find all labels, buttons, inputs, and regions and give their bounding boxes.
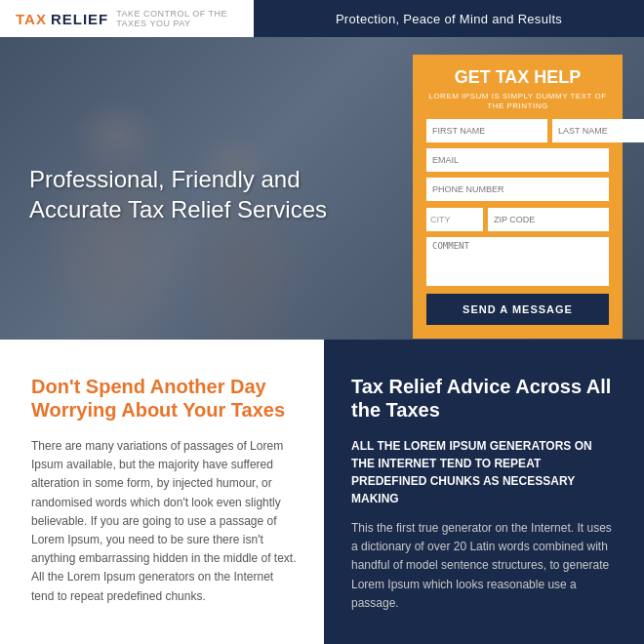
- header-tagline: TAKE CONTROL OF THE TAXES YOU PAY: [116, 9, 238, 28]
- hero-section: Professional, Friendly and Accurate Tax …: [0, 37, 644, 340]
- city-zip-row: CITY: [426, 208, 609, 231]
- tax-help-form: GET TAX HELP LOREM IPSUM IS SIMPLY DUMMY…: [413, 55, 623, 339]
- last-name-input[interactable]: [552, 119, 644, 142]
- advice-column: Tax Relief Advice Across All the Taxes A…: [324, 340, 644, 644]
- worry-column: Don't Spend Another Day Worrying About Y…: [0, 340, 324, 644]
- name-row: [426, 119, 609, 142]
- worry-title: Don't Spend Another Day Worrying About Y…: [31, 375, 297, 422]
- first-name-input[interactable]: [426, 119, 547, 142]
- worry-body: There are many variations of passages of…: [31, 437, 297, 606]
- advice-title: Tax Relief Advice Across All the Taxes: [351, 375, 617, 422]
- advice-body-bold: ALL THE LOREM IPSUM GENERATORS ON THE IN…: [351, 437, 617, 507]
- header-right: Protection, Peace of Mind and Results: [254, 0, 644, 37]
- phone-input[interactable]: [426, 178, 609, 201]
- header: TAX RELIEF TAKE CONTROL OF THE TAXES YOU…: [0, 0, 644, 37]
- header-left: TAX RELIEF TAKE CONTROL OF THE TAXES YOU…: [0, 0, 254, 37]
- email-input[interactable]: [426, 148, 609, 172]
- hero-headline: Professional, Friendly and Accurate Tax …: [29, 164, 332, 224]
- zip-input[interactable]: [488, 208, 609, 231]
- city-select[interactable]: CITY: [426, 208, 483, 231]
- logo-tax: TAX: [16, 11, 47, 27]
- submit-button[interactable]: SEND A MESSAGE: [426, 294, 609, 325]
- advice-body: This the first true generator on the Int…: [351, 519, 617, 613]
- form-title: GET TAX HELP: [426, 68, 609, 88]
- logo-relief: RELIEF: [51, 11, 108, 27]
- header-right-text: Protection, Peace of Mind and Results: [336, 12, 562, 26]
- form-subtitle: LOREM IPSUM IS SIMPLY DUMMY TEXT OF THE …: [426, 92, 609, 112]
- comment-textarea[interactable]: [426, 237, 609, 286]
- two-col-section: Don't Spend Another Day Worrying About Y…: [0, 340, 644, 644]
